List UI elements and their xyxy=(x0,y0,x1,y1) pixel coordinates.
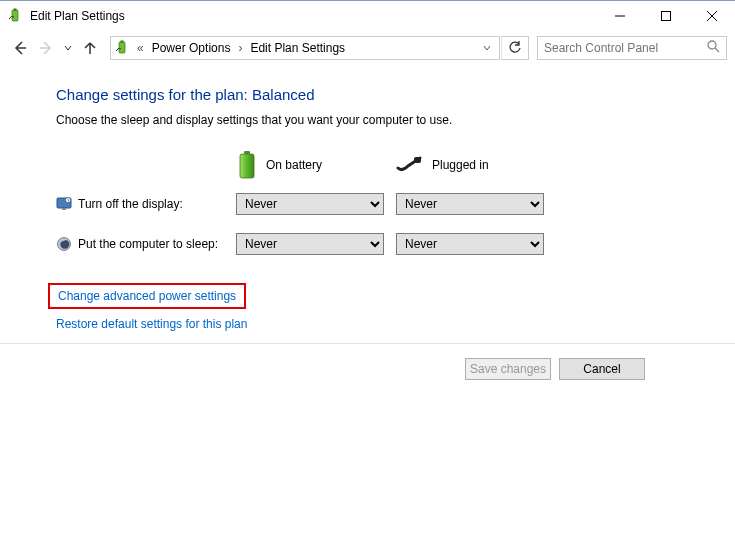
battery-icon xyxy=(236,151,258,179)
chevron-right-icon[interactable]: › xyxy=(236,41,244,55)
svg-line-11 xyxy=(715,48,719,52)
svg-point-10 xyxy=(708,41,716,49)
breadcrumb-power-options[interactable]: Power Options xyxy=(150,41,233,55)
display-icon xyxy=(56,196,72,212)
chevron-left-icon[interactable]: « xyxy=(135,41,146,55)
power-options-icon xyxy=(115,40,131,56)
sleep-label: Put the computer to sleep: xyxy=(78,237,236,251)
divider xyxy=(0,343,735,344)
advanced-settings-link[interactable]: Change advanced power settings xyxy=(58,289,236,303)
cancel-button[interactable]: Cancel xyxy=(559,358,645,380)
svg-rect-16 xyxy=(62,208,66,210)
recent-locations-button[interactable] xyxy=(60,36,76,60)
highlight-box: Change advanced power settings xyxy=(48,283,246,309)
forward-button[interactable] xyxy=(34,36,58,60)
svg-rect-0 xyxy=(12,10,18,21)
save-button[interactable]: Save changes xyxy=(465,358,551,380)
display-plugged-select[interactable]: Never xyxy=(396,193,544,215)
plug-icon xyxy=(396,154,424,176)
sleep-plugged-select[interactable]: Never xyxy=(396,233,544,255)
plugged-in-label: Plugged in xyxy=(432,158,489,172)
button-row: Save changes Cancel xyxy=(56,358,735,380)
breadcrumb-edit-plan[interactable]: Edit Plan Settings xyxy=(248,41,347,55)
page-subtext: Choose the sleep and display settings th… xyxy=(56,113,735,127)
close-button[interactable] xyxy=(689,1,735,31)
page-title: Change settings for the plan: Balanced xyxy=(56,86,735,103)
window-title: Edit Plan Settings xyxy=(30,9,125,23)
plugged-in-column-header: Plugged in xyxy=(396,154,556,176)
svg-rect-9 xyxy=(121,41,124,43)
svg-rect-14 xyxy=(414,157,421,163)
back-button[interactable] xyxy=(8,36,32,60)
titlebar: Edit Plan Settings xyxy=(0,0,735,30)
links-area: Change advanced power settings Restore d… xyxy=(56,283,735,331)
search-box[interactable] xyxy=(537,36,727,60)
search-input[interactable] xyxy=(544,41,707,55)
on-battery-column-header: On battery xyxy=(236,151,396,179)
minimize-button[interactable] xyxy=(597,1,643,31)
svg-rect-13 xyxy=(240,154,254,178)
search-icon[interactable] xyxy=(707,40,720,56)
sleep-row: Put the computer to sleep: Never Never xyxy=(56,233,735,255)
display-battery-select[interactable]: Never xyxy=(236,193,384,215)
refresh-button[interactable] xyxy=(501,36,529,60)
up-button[interactable] xyxy=(78,36,102,60)
restore-defaults-link[interactable]: Restore default settings for this plan xyxy=(56,317,247,331)
navbar: « Power Options › Edit Plan Settings xyxy=(0,30,735,66)
power-options-app-icon xyxy=(8,8,24,24)
svg-rect-1 xyxy=(14,8,17,10)
svg-rect-8 xyxy=(119,42,125,53)
address-bar[interactable]: « Power Options › Edit Plan Settings xyxy=(110,36,500,60)
maximize-button[interactable] xyxy=(643,1,689,31)
svg-rect-3 xyxy=(662,11,671,20)
svg-rect-12 xyxy=(244,151,250,154)
display-label: Turn off the display: xyxy=(78,197,236,211)
on-battery-label: On battery xyxy=(266,158,322,172)
sleep-battery-select[interactable]: Never xyxy=(236,233,384,255)
power-modes-header: On battery Plugged in xyxy=(56,151,735,179)
address-dropdown-button[interactable] xyxy=(479,41,495,55)
display-row: Turn off the display: Never Never xyxy=(56,193,735,215)
content-area: Change settings for the plan: Balanced C… xyxy=(0,66,735,380)
sleep-icon xyxy=(56,236,72,252)
